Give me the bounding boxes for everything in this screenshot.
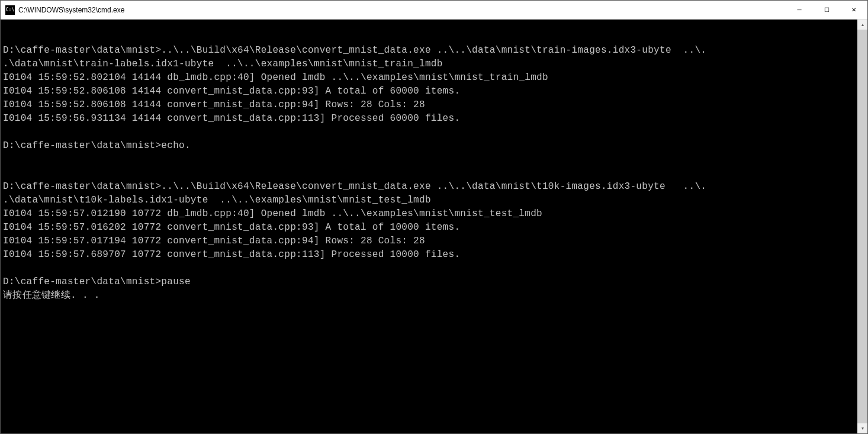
scroll-thumb[interactable] [857,30,867,423]
vertical-scrollbar[interactable]: ▴ ▾ [857,20,867,433]
console-output[interactable]: D:\caffe-master\data\mnist>..\..\Build\x… [1,20,857,433]
console-body: D:\caffe-master\data\mnist>..\..\Build\x… [1,20,867,433]
minimize-button[interactable]: ─ [786,1,813,19]
scroll-up-button[interactable]: ▴ [857,20,867,30]
scroll-down-button[interactable]: ▾ [857,423,867,433]
maximize-button[interactable]: ☐ [813,1,840,19]
titlebar[interactable]: C:\ C:\WINDOWS\system32\cmd.exe ─ ☐ ✕ [1,1,867,20]
cmd-window: C:\ C:\WINDOWS\system32\cmd.exe ─ ☐ ✕ D:… [0,0,868,434]
window-title: C:\WINDOWS\system32\cmd.exe [18,6,786,14]
window-controls: ─ ☐ ✕ [786,1,867,19]
cmd-icon: C:\ [5,5,15,15]
close-button[interactable]: ✕ [840,1,867,19]
scroll-track[interactable] [857,30,867,423]
